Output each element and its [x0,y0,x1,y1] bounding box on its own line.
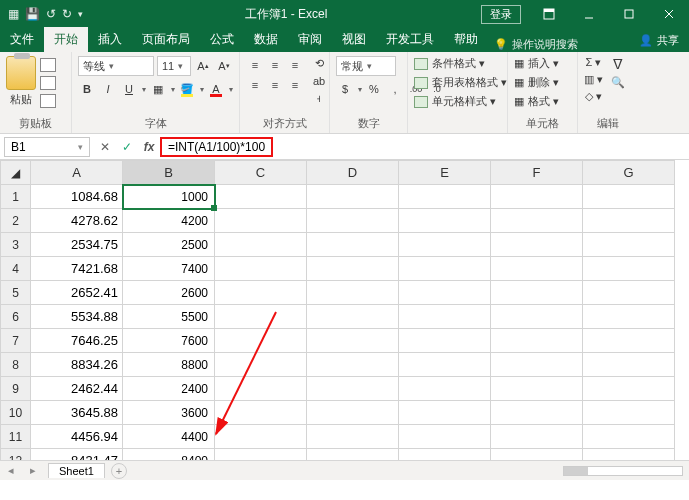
cell[interactable]: 7400 [123,257,215,281]
number-format[interactable]: 常规▾ [336,56,396,76]
cell[interactable] [491,209,583,233]
cell[interactable]: 8834.26 [31,353,123,377]
cell[interactable] [491,329,583,353]
font-size[interactable]: 11▾ [157,56,191,76]
autosum-icon[interactable]: Σ ▾ [586,56,602,69]
col-header-E[interactable]: E [399,161,491,185]
tell-me[interactable]: 💡操作说明搜索 [494,37,578,52]
close-icon[interactable] [649,0,689,28]
tab-review[interactable]: 审阅 [288,27,332,52]
cell[interactable] [215,377,307,401]
cell[interactable] [583,305,675,329]
cell[interactable] [215,257,307,281]
cell[interactable] [583,401,675,425]
insert-cells[interactable]: ▦插入 ▾ [514,56,559,71]
cell[interactable] [307,329,399,353]
cell[interactable] [491,353,583,377]
cell[interactable] [307,281,399,305]
table-format[interactable]: 套用表格格式 ▾ [414,75,507,90]
format-cells[interactable]: ▦格式 ▾ [514,94,559,109]
cell[interactable] [399,377,491,401]
cell[interactable] [583,257,675,281]
row-header[interactable]: 10 [1,401,31,425]
paste-button[interactable]: 粘贴 [10,92,32,107]
cell[interactable] [583,209,675,233]
row-header[interactable]: 4 [1,257,31,281]
wrap-text-icon[interactable]: ab [312,74,326,88]
cell[interactable]: 4278.62 [31,209,123,233]
cell[interactable] [215,353,307,377]
fx-icon[interactable]: fx [138,140,160,154]
row-header[interactable]: 11 [1,425,31,449]
tab-home[interactable]: 开始 [44,27,88,52]
cell[interactable] [307,209,399,233]
cell[interactable] [399,401,491,425]
select-all[interactable]: ◢ [1,161,31,185]
col-header-D[interactable]: D [307,161,399,185]
cell[interactable] [399,305,491,329]
cell[interactable] [399,233,491,257]
share-button[interactable]: 👤共享 [629,29,689,52]
cut-icon[interactable] [40,58,56,72]
align-top-icon[interactable]: ≡ [246,56,264,74]
comma-icon[interactable]: , [386,80,404,98]
bold-button[interactable]: B [78,80,96,98]
cell[interactable] [399,281,491,305]
align-right-icon[interactable]: ≡ [286,76,304,94]
row-header[interactable]: 3 [1,233,31,257]
cell[interactable] [583,425,675,449]
merge-icon[interactable]: ⫞ [312,91,326,105]
save-icon[interactable]: 💾 [25,7,40,21]
align-left-icon[interactable]: ≡ [246,76,264,94]
cell[interactable] [583,353,675,377]
fill-icon[interactable]: ▥ ▾ [584,73,603,86]
cell[interactable] [491,401,583,425]
cell[interactable] [583,185,675,209]
cell[interactable] [215,401,307,425]
row-header[interactable]: 6 [1,305,31,329]
cell[interactable] [491,305,583,329]
maximize-icon[interactable] [609,0,649,28]
cell[interactable] [307,401,399,425]
cell[interactable] [307,353,399,377]
formula-input[interactable]: =INT(A1/100)*100 [160,137,273,157]
format-painter-icon[interactable] [40,94,56,108]
cell[interactable] [307,257,399,281]
orientation-icon[interactable]: ⟲ [312,56,326,71]
cell[interactable] [215,425,307,449]
row-header[interactable]: 2 [1,209,31,233]
cell[interactable]: 2462.44 [31,377,123,401]
cell[interactable] [583,329,675,353]
qat-more-icon[interactable]: ▾ [78,9,83,19]
find-icon[interactable]: 🔍 [611,76,625,89]
cell[interactable]: 7600 [123,329,215,353]
cell[interactable] [399,329,491,353]
cell[interactable] [583,233,675,257]
paste-icon[interactable] [6,56,36,90]
underline-button[interactable]: U [120,80,138,98]
cell[interactable] [399,185,491,209]
cell[interactable] [491,257,583,281]
cell[interactable] [399,425,491,449]
cell[interactable] [491,425,583,449]
undo-icon[interactable]: ↺ [46,7,56,21]
cell[interactable]: 1000 [123,185,215,209]
cell[interactable] [491,185,583,209]
cell[interactable] [491,233,583,257]
cell[interactable]: 2400 [123,377,215,401]
row-header[interactable]: 8 [1,353,31,377]
col-header-F[interactable]: F [491,161,583,185]
row-header[interactable]: 7 [1,329,31,353]
cell[interactable] [215,209,307,233]
cell[interactable]: 5500 [123,305,215,329]
row-header[interactable]: 1 [1,185,31,209]
cell[interactable]: 1084.68 [31,185,123,209]
conditional-format[interactable]: 条件格式 ▾ [414,56,485,71]
col-header-B[interactable]: B [123,161,215,185]
cell[interactable] [215,233,307,257]
cell[interactable] [215,305,307,329]
col-header-C[interactable]: C [215,161,307,185]
copy-icon[interactable] [40,76,56,90]
increase-font-icon[interactable]: A▴ [194,57,212,75]
percent-icon[interactable]: % [365,80,383,98]
